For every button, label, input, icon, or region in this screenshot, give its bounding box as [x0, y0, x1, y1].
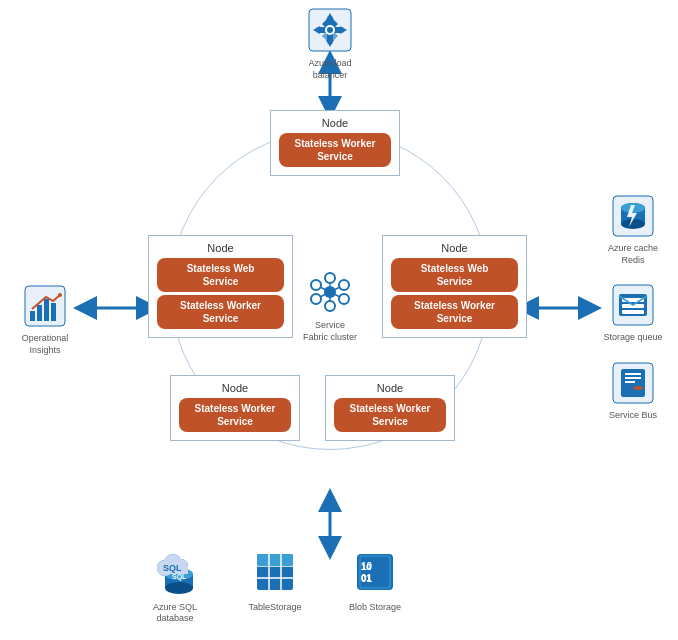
right-services: Azure cache Redis Storage queue: [598, 195, 668, 422]
table-storage: TableStorage: [240, 548, 310, 614]
svg-point-18: [327, 27, 333, 33]
azure-sql: SQL SQL Azure SQL database: [140, 548, 210, 625]
load-balancer: Azure load balancer: [295, 8, 365, 81]
bottom-services: SQL SQL Azure SQL database: [140, 548, 410, 625]
azure-cache-icon: [612, 195, 654, 237]
node-bottom-left-label: Node: [179, 382, 291, 394]
azure-cache-redis: Azure cache Redis: [598, 195, 668, 266]
svg-line-29: [334, 294, 340, 297]
svg-rect-53: [625, 381, 635, 383]
storage-queue-icon: [612, 284, 654, 326]
diagram-container: Azure load balancer Node Stateless Worke…: [0, 0, 678, 640]
table-storage-label: TableStorage: [240, 602, 310, 614]
svg-rect-33: [30, 311, 35, 321]
node-left-service-1: Stateless WebService: [157, 258, 284, 292]
svg-rect-36: [51, 303, 56, 321]
operational-insights: Operational Insights: [10, 285, 80, 356]
service-fabric-label: ServiceFabric cluster: [295, 320, 365, 343]
node-right-service-1: Stateless WebService: [391, 258, 518, 292]
node-left-label: Node: [157, 242, 284, 254]
svg-point-21: [325, 301, 335, 311]
node-top-label: Node: [279, 117, 391, 129]
table-storage-icon: [251, 548, 299, 596]
node-bottom-left: Node Stateless WorkerService: [170, 375, 300, 441]
blob-storage-label: Blob Storage: [340, 602, 410, 614]
svg-point-20: [325, 273, 335, 283]
svg-rect-73: [257, 554, 293, 566]
operational-insights-icon: [24, 285, 66, 327]
node-bottom-right-label: Node: [334, 382, 446, 394]
node-right: Node Stateless WebService Stateless Work…: [382, 235, 527, 338]
svg-rect-34: [37, 305, 42, 321]
node-top-service-1: Stateless WorkerService: [279, 133, 391, 167]
service-bus-label: Service Bus: [598, 410, 668, 422]
node-left-service-2: Stateless WorkerService: [157, 295, 284, 329]
azure-sql-icon: SQL SQL: [151, 548, 199, 596]
service-bus: Service Bus: [598, 362, 668, 422]
storage-queue-label: Storage queue: [598, 332, 668, 344]
svg-text:01: 01: [361, 573, 373, 584]
node-bottom-left-service-1: Stateless WorkerService: [179, 398, 291, 432]
svg-rect-35: [44, 299, 49, 321]
svg-line-31: [334, 287, 340, 290]
service-fabric-cluster: ServiceFabric cluster: [295, 270, 365, 343]
svg-point-41: [621, 219, 645, 229]
svg-point-19: [324, 286, 336, 298]
storage-queue: Storage queue: [598, 284, 668, 344]
svg-rect-48: [622, 310, 644, 314]
node-left: Node Stateless WebService Stateless Work…: [148, 235, 293, 338]
svg-line-28: [320, 287, 326, 290]
svg-point-22: [311, 280, 321, 290]
operational-insights-label: Operational Insights: [10, 333, 80, 356]
svg-point-24: [311, 294, 321, 304]
svg-point-25: [339, 294, 349, 304]
node-right-service-2: Stateless WorkerService: [391, 295, 518, 329]
azure-cache-label: Azure cache Redis: [598, 243, 668, 266]
blob-storage: 10 01 10 01 Blob Storage: [340, 548, 410, 614]
svg-point-56: [165, 582, 193, 594]
service-fabric-icon: [308, 270, 352, 314]
service-bus-icon: [612, 362, 654, 404]
node-bottom-right: Node Stateless WorkerService: [325, 375, 455, 441]
svg-rect-51: [625, 373, 641, 375]
svg-point-37: [58, 293, 62, 297]
svg-point-23: [339, 280, 349, 290]
svg-line-30: [320, 294, 326, 297]
blob-storage-icon: 10 01 10 01: [351, 548, 399, 596]
node-top: Node Stateless WorkerService: [270, 110, 400, 176]
load-balancer-label: Azure load balancer: [295, 58, 365, 81]
svg-text:SQL: SQL: [163, 563, 182, 573]
node-bottom-right-service-1: Stateless WorkerService: [334, 398, 446, 432]
node-right-label: Node: [391, 242, 518, 254]
svg-text:SQL: SQL: [172, 573, 187, 581]
svg-text:10: 10: [361, 561, 373, 572]
svg-rect-52: [625, 377, 641, 379]
svg-rect-76: [357, 554, 393, 590]
load-balancer-icon: [308, 8, 352, 52]
azure-sql-label: Azure SQL database: [140, 602, 210, 625]
